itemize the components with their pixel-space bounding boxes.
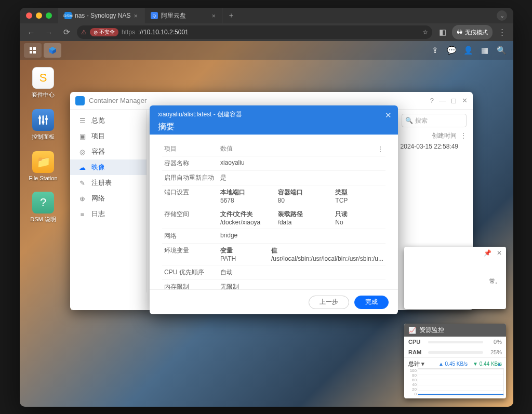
window-maximize-icon[interactable]: ◻ bbox=[451, 97, 457, 104]
tab-favicon: Q bbox=[151, 12, 158, 19]
nav-reload-icon[interactable]: ⟳ bbox=[59, 25, 74, 39]
column-menu-icon[interactable]: ⋮ bbox=[460, 132, 467, 139]
modal-title: 摘要 bbox=[158, 122, 390, 132]
row-mem: 内存限制无限制 bbox=[162, 280, 385, 290]
panel-icon[interactable]: ◧ bbox=[435, 25, 450, 39]
create-container-modal: xiaoyaliu/alist:latest - 创建容器 摘要 ✕ 项目数值⋮… bbox=[150, 105, 398, 314]
window-minimize-icon[interactable] bbox=[36, 12, 42, 19]
site-info-icon[interactable]: ⚠ bbox=[81, 29, 87, 36]
tab-favicon: DSM bbox=[64, 12, 72, 19]
upload-icon[interactable]: ⇪ bbox=[427, 43, 443, 58]
file-station-icon: 📁 bbox=[32, 151, 54, 173]
container-manager-sidebar: ☰总览 ▣项目 ◎容器 ☁映像 ✎注册表 ⊕网络 ≡日志 bbox=[70, 110, 147, 292]
window-minimize-icon[interactable]: — bbox=[439, 97, 446, 104]
image-search-input[interactable]: 🔍 搜索 bbox=[402, 114, 467, 127]
project-icon: ▣ bbox=[78, 132, 86, 140]
ram-row: RAM 25% bbox=[404, 347, 506, 357]
desktop-icon-package-center[interactable]: S 套件中心 bbox=[25, 67, 61, 99]
sidebar-item-project[interactable]: ▣项目 bbox=[70, 128, 147, 144]
tab-close-icon[interactable]: × bbox=[211, 12, 216, 20]
widgets-icon[interactable]: ▦ bbox=[477, 43, 493, 58]
window-dropdown-icon[interactable]: ⌄ bbox=[497, 10, 507, 21]
column-created-time[interactable]: 创建时间 ⋮ bbox=[432, 131, 467, 140]
desktop-icon-control-panel[interactable]: 控制面板 bbox=[25, 109, 61, 141]
help-icon: ? bbox=[32, 192, 54, 213]
net-total-dropdown[interactable]: 总计 ▾ bbox=[408, 360, 424, 368]
window-zoom-icon[interactable] bbox=[46, 12, 52, 19]
dsm-mainmenu-button[interactable] bbox=[24, 43, 42, 58]
desktop-icon-file-station[interactable]: 📁 File Station bbox=[25, 151, 61, 181]
address-bar[interactable]: ⚠ ⊘不安全 https://10.10.10.2:5001 ☆ bbox=[77, 25, 432, 39]
tab-label: nas - Synology NAS bbox=[75, 12, 130, 19]
resource-monitor-widget: 📈 资源监控 CPU 0% RAM 25% 总计 ▾ ▲ ▲ 0.45 KB/s bbox=[404, 324, 506, 398]
net-chart: 100 80 60 40 20 0 bbox=[404, 368, 506, 398]
window-title: Container Manager bbox=[89, 97, 147, 104]
svg-rect-1 bbox=[33, 47, 36, 50]
url-text: ://10.10.10.2:5001 bbox=[138, 29, 189, 36]
svg-rect-3 bbox=[33, 51, 36, 54]
search-icon[interactable]: 🔍 bbox=[494, 43, 509, 58]
notify-icon[interactable]: 💬 bbox=[444, 43, 459, 58]
sidebar-item-container[interactable]: ◎容器 bbox=[70, 144, 147, 159]
close-icon[interactable]: ✕ bbox=[497, 249, 502, 257]
row-container-name: 容器名称xiaoyaliu bbox=[162, 156, 385, 171]
browser-tab-2[interactable]: Q 阿里云盘 × bbox=[144, 8, 222, 23]
registry-icon: ✎ bbox=[78, 179, 86, 187]
svg-rect-0 bbox=[30, 47, 32, 50]
sidebar-item-registry[interactable]: ✎注册表 bbox=[70, 175, 147, 191]
overview-icon: ☰ bbox=[78, 117, 86, 125]
summary-table: 项目数值⋮ 容器名称xiaoyaliu 启用自动重新启动是 端口设置 本地端口容… bbox=[162, 142, 385, 289]
url-scheme: https bbox=[122, 29, 135, 36]
browser-menu-icon[interactable]: ⋮ bbox=[495, 25, 509, 39]
desktop-icon-dsm-help[interactable]: ? DSM 说明 bbox=[25, 192, 61, 223]
svg-point-10 bbox=[38, 117, 41, 119]
pin-icon[interactable]: 📌 bbox=[484, 249, 491, 257]
table-menu-icon[interactable]: ⋮ bbox=[377, 145, 383, 153]
not-secure-badge[interactable]: ⊘不安全 bbox=[90, 28, 118, 36]
image-created-time: 2024-03-15 22:58:49 bbox=[401, 143, 458, 150]
control-panel-icon bbox=[32, 109, 54, 131]
package-center-icon: S bbox=[32, 67, 54, 89]
notification-panel: 📌 ✕ 常。 bbox=[404, 247, 506, 309]
row-cpu: CPU 优先顺序自动 bbox=[162, 265, 385, 280]
image-icon: ☁ bbox=[78, 164, 86, 171]
row-env: 环境变量 变量值 PATH/usr/local/sbin:/usr/local/… bbox=[162, 244, 385, 265]
svg-point-11 bbox=[42, 121, 45, 124]
new-tab-button[interactable]: ＋ bbox=[222, 8, 240, 23]
sidebar-item-log[interactable]: ≡日志 bbox=[70, 206, 147, 222]
row-port: 端口设置 本地端口容器端口类型 567880TCP bbox=[162, 185, 385, 207]
sidebar-item-image[interactable]: ☁映像 bbox=[70, 159, 147, 175]
modal-close-icon[interactable]: ✕ bbox=[385, 111, 392, 120]
nav-back-icon[interactable]: ← bbox=[24, 25, 38, 39]
svg-rect-2 bbox=[30, 51, 32, 54]
search-icon: 🔍 bbox=[405, 117, 413, 124]
modal-breadcrumb: xiaoyaliu/alist:latest - 创建容器 bbox=[158, 110, 390, 119]
cpu-row: CPU 0% bbox=[404, 337, 506, 347]
tab-close-icon[interactable]: × bbox=[134, 12, 138, 20]
window-help-icon[interactable]: ? bbox=[430, 97, 434, 104]
resource-monitor-icon: 📈 bbox=[408, 327, 416, 334]
user-icon[interactable]: 👤 bbox=[460, 43, 476, 58]
window-close-icon[interactable] bbox=[26, 12, 32, 19]
nav-fwd-icon[interactable]: → bbox=[42, 25, 56, 39]
tab-label: 阿里云盘 bbox=[161, 11, 186, 20]
dsm-task-container-manager[interactable] bbox=[44, 43, 61, 58]
row-network: 网络bridge bbox=[162, 229, 385, 244]
container-manager-icon bbox=[75, 96, 85, 105]
network-icon: ⊕ bbox=[78, 195, 86, 203]
row-auto-restart: 启用自动重新启动是 bbox=[162, 171, 385, 185]
container-icon: ◎ bbox=[78, 148, 86, 156]
done-button[interactable]: 完成 bbox=[354, 296, 389, 309]
net-download: ▼ 0.44 KB/s bbox=[473, 361, 502, 367]
net-upload: ▲ 0.45 KB/s bbox=[438, 361, 468, 367]
resource-monitor-title: 资源监控 bbox=[419, 326, 444, 335]
sidebar-item-overview[interactable]: ☰总览 bbox=[70, 113, 147, 128]
notification-text: 常。 bbox=[489, 277, 501, 285]
incognito-badge[interactable]: 🕶 无痕模式 bbox=[452, 25, 493, 39]
sidebar-item-network[interactable]: ⊕网络 bbox=[70, 191, 147, 206]
bookmark-icon[interactable]: ☆ bbox=[422, 29, 428, 36]
window-close-icon[interactable]: ✕ bbox=[462, 97, 468, 104]
row-volume: 存储空间 文件/文件夹装载路径只读 /docker/xiaoya/dataNo bbox=[162, 207, 385, 229]
prev-button[interactable]: 上一步 bbox=[309, 296, 349, 309]
browser-tab-1[interactable]: DSM nas - Synology NAS × bbox=[58, 8, 144, 23]
